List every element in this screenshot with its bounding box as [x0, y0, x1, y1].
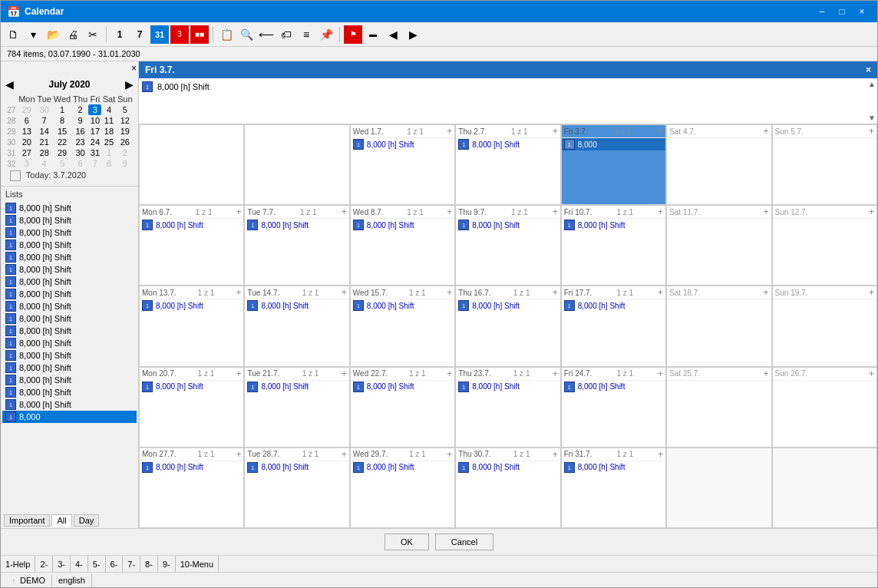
cal-cell-add-button[interactable]: + — [764, 287, 769, 298]
cal-cell-item[interactable]: 18,000 [h] Shift — [562, 299, 665, 312]
cal-cell-add-button[interactable]: + — [658, 126, 663, 137]
toolbar-flag[interactable]: ⚑ — [344, 25, 362, 44]
cal-cell-item[interactable]: 18,000 [h] Shift — [140, 381, 243, 393]
mini-cal-day[interactable]: 29 — [18, 104, 36, 115]
cal-cell[interactable]: Fri 24.7.1 z 1+18,000 [h] Shift — [561, 367, 666, 448]
cal-cell[interactable]: Fri 17.7.1 z 1+18,000 [h] Shift — [561, 286, 666, 366]
toolbar-dropdown[interactable]: ▾ — [24, 25, 42, 44]
mini-cal-day[interactable]: 10 — [88, 115, 101, 126]
ok-button[interactable]: OK — [385, 533, 429, 550]
mini-cal-day[interactable]: 22 — [52, 137, 71, 147]
toolbar-quarter[interactable]: 3 — [170, 25, 189, 44]
mini-cal-day[interactable]: 27 — [18, 147, 36, 158]
mini-cal-day[interactable]: 30 — [72, 147, 89, 158]
mini-cal-day[interactable]: 26 — [117, 137, 134, 147]
toolbar-year[interactable]: ■■ — [190, 25, 209, 44]
list-item[interactable]: 18,000 [h] Shift — [2, 374, 137, 386]
cal-cell[interactable]: Tue 14.7.1 z 1+18,000 [h] Shift — [244, 286, 349, 366]
scroll-down[interactable]: ▼ — [868, 114, 876, 122]
cal-cell[interactable]: Mon 13.7.1 z 1+18,000 [h] Shift — [139, 286, 244, 366]
cal-cell[interactable]: Thu 30.7.1 z 1+18,000 [h] Shift — [455, 448, 560, 528]
cal-cell-add-button[interactable]: + — [447, 368, 452, 379]
cal-cell[interactable]: Mon 6.7.1 z 1+18,000 [h] Shift — [139, 205, 244, 286]
list-item[interactable]: 18,000 [h] Shift — [2, 349, 137, 362]
cal-cell-item[interactable]: 18,000 [h] Shift — [456, 299, 559, 312]
cal-cell[interactable] — [772, 448, 877, 528]
toolbar-next[interactable]: ▶ — [404, 25, 422, 44]
cal-cell-item[interactable]: 18,000 [h] Shift — [456, 138, 559, 150]
cal-cell[interactable]: Tue 7.7.1 z 1+18,000 [h] Shift — [244, 205, 349, 286]
cal-cell-item[interactable]: 18,000 [h] Shift — [245, 381, 348, 393]
scroll-up[interactable]: ▲ — [868, 80, 876, 88]
toolbar-open[interactable]: 📂 — [44, 25, 62, 44]
cal-cell-add-button[interactable]: + — [236, 449, 241, 460]
list-item[interactable]: 18,000 [h] Shift — [2, 214, 137, 226]
mini-cal-day[interactable]: 29 — [52, 147, 71, 158]
cal-cell-item[interactable]: 18,000 [h] Shift — [245, 299, 348, 312]
cal-cell-add-button[interactable]: + — [553, 368, 558, 379]
list-tab-important[interactable]: Important — [4, 514, 50, 527]
cal-cell-item[interactable]: 18,000 [h] Shift — [245, 219, 348, 231]
mini-cal-day[interactable]: 3 — [18, 158, 36, 169]
mini-cal-day[interactable]: 2 — [117, 147, 134, 158]
toolbar-print[interactable]: 🖨 — [64, 25, 82, 44]
cancel-button[interactable]: Cancel — [435, 533, 493, 550]
list-tab-all[interactable]: All — [51, 514, 71, 527]
cal-cell-add-button[interactable]: + — [236, 206, 241, 217]
mini-cal-day[interactable]: 4 — [36, 158, 52, 169]
close-panel-button[interactable]: × — [131, 63, 137, 74]
cal-cell[interactable]: Mon 27.7.1 z 1+18,000 [h] Shift — [139, 448, 244, 528]
toolbar-categories[interactable]: 🏷 — [277, 25, 295, 44]
cal-cell[interactable] — [666, 448, 771, 528]
mini-cal-day[interactable]: 5 — [52, 158, 71, 169]
mini-cal-day[interactable]: 5 — [117, 104, 134, 115]
mini-cal-day[interactable]: 31 — [88, 147, 101, 158]
mini-cal-day[interactable]: 21 — [36, 137, 52, 147]
cal-cell[interactable]: Thu 16.7.1 z 1+18,000 [h] Shift — [455, 286, 560, 366]
cal-cell[interactable]: Sat 18.7.+ — [666, 286, 771, 366]
toolbar-bar[interactable]: ▬ — [364, 25, 382, 44]
cal-cell-item[interactable]: 18,000 [h] Shift — [351, 219, 454, 231]
cal-cell-add-button[interactable]: + — [658, 449, 663, 460]
toolbar-pin[interactable]: 📌 — [317, 25, 335, 44]
list-item[interactable]: 18,000 [h] Shift — [2, 386, 137, 398]
mini-cal-day[interactable]: 6 — [18, 115, 36, 126]
mini-cal-day[interactable]: 15 — [52, 126, 71, 137]
cal-cell-add-button[interactable]: + — [447, 206, 452, 217]
cal-cell-add-button[interactable]: + — [869, 206, 874, 217]
cal-cell[interactable]: Tue 21.7.1 z 1+18,000 [h] Shift — [244, 367, 349, 448]
cal-cell-item[interactable]: 18,000 [h] Shift — [351, 299, 454, 312]
cal-cell[interactable]: Sun 12.7.+ — [772, 205, 877, 286]
cal-cell[interactable]: Wed 29.7.1 z 1+18,000 [h] Shift — [350, 448, 455, 528]
mini-cal-day[interactable]: 8 — [52, 115, 71, 126]
toolbar-tools[interactable]: ✂ — [84, 25, 102, 44]
cal-cell-add-button[interactable]: + — [553, 126, 558, 137]
cal-cell-add-button[interactable]: + — [342, 368, 347, 379]
cal-cell[interactable]: Wed 22.7.1 z 1+18,000 [h] Shift — [350, 367, 455, 448]
cal-cell-item[interactable]: 18,000 [h] Shift — [351, 138, 454, 150]
toolbar-filter1[interactable]: 📋 — [217, 25, 236, 44]
mini-cal-day[interactable]: 12 — [117, 115, 134, 126]
cal-cell-add-button[interactable]: + — [553, 449, 558, 460]
cal-cell[interactable]: Sun 19.7.+ — [772, 286, 877, 366]
cal-cell[interactable]: Fri 10.7.1 z 1+18,000 [h] Shift — [561, 205, 666, 286]
list-item[interactable]: 18,000 — [2, 411, 137, 423]
cal-cell[interactable]: Sat 25.7.+ — [666, 367, 771, 448]
mini-cal-day[interactable]: 9 — [117, 158, 134, 169]
cal-cell[interactable]: Fri 3.7.1 z 1+18,000 — [561, 124, 666, 205]
cal-cell-item[interactable]: 18,000 [h] Shift — [562, 381, 665, 393]
mini-cal-day[interactable]: 7 — [36, 115, 52, 126]
mini-cal-day[interactable]: 13 — [18, 126, 36, 137]
mini-cal-day[interactable]: 2 — [72, 104, 89, 115]
mini-cal-day[interactable]: 4 — [101, 104, 116, 115]
cal-cell-item[interactable]: 18,000 [h] Shift — [456, 381, 559, 393]
cal-cell-add-button[interactable]: + — [869, 126, 874, 137]
cal-cell-item[interactable]: 18,000 [h] Shift — [245, 461, 348, 474]
cal-cell-item[interactable]: 18,000 [h] Shift — [351, 381, 454, 393]
toolbar-week[interactable]: 7 — [130, 25, 149, 44]
cal-cell-add-button[interactable]: + — [658, 206, 663, 217]
mini-cal-prev[interactable]: ◀ — [5, 78, 14, 91]
cal-cell-add-button[interactable]: + — [342, 449, 347, 460]
mini-cal-day[interactable]: 6 — [72, 158, 89, 169]
day-header-close[interactable]: × — [866, 64, 871, 75]
